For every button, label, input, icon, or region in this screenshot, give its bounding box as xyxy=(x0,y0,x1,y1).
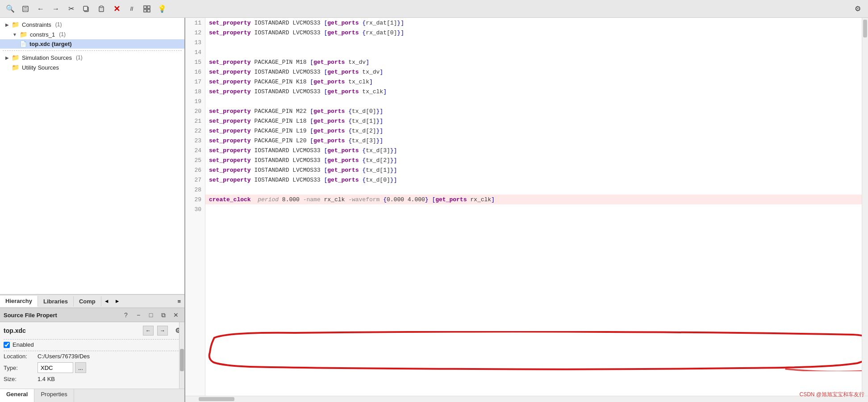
props-type-row: Type: ... xyxy=(4,362,181,373)
line-num-25: 25 xyxy=(185,155,205,165)
tree-item-top-xdc[interactable]: 📄 top.xdc (target) xyxy=(0,39,184,49)
copy-button[interactable] xyxy=(79,3,93,15)
line-num-21: 21 xyxy=(185,116,205,126)
forward-button[interactable]: → xyxy=(49,3,63,15)
line-num-20: 20 xyxy=(185,106,205,116)
watermark: CSDN @旭旭宝宝和车友行 xyxy=(799,391,864,398)
props-content: top.xdc ← → ⚙ Enabled Locat xyxy=(0,322,184,389)
type-browse-button[interactable]: ... xyxy=(75,362,86,373)
code-line-23[interactable]: set_property PACKAGE_PIN L20 [get_ports … xyxy=(205,136,862,145)
search-button[interactable]: 🔍 xyxy=(4,3,17,15)
code-line-29[interactable]: create_clock period 8.000 -name rx_clk -… xyxy=(205,195,862,204)
type-input[interactable] xyxy=(38,362,73,373)
tab-properties[interactable]: Properties xyxy=(34,389,74,402)
bottom-tabs: General Properties xyxy=(0,389,184,402)
svg-rect-4 xyxy=(83,6,88,11)
code-line-28 xyxy=(205,185,862,195)
code-line-27[interactable]: set_property IOSTANDARD LVCMOS33 [get_po… xyxy=(205,175,862,185)
tab-hierarchy[interactable]: Hierarchy xyxy=(0,296,38,307)
tree-count: (1) xyxy=(55,21,62,28)
code-line-30 xyxy=(205,204,862,214)
save-button[interactable] xyxy=(19,3,32,15)
tab-bar: Hierarchy Libraries Comp ◄ ► ≡ xyxy=(0,294,184,308)
line-num-19: 19 xyxy=(185,96,205,106)
svg-rect-10 xyxy=(147,9,150,12)
svg-rect-6 xyxy=(100,6,103,8)
tab-general[interactable]: General xyxy=(0,389,34,402)
enabled-checkbox[interactable] xyxy=(4,342,10,348)
props-minimize-button[interactable]: − xyxy=(134,310,143,320)
right-scrollbar[interactable] xyxy=(862,18,868,396)
chevron-right-icon: ▶ xyxy=(5,22,9,27)
line-num-17: 17 xyxy=(185,77,205,87)
props-restore-button[interactable]: □ xyxy=(146,310,156,320)
props-scrollbar[interactable] xyxy=(179,322,184,389)
code-content: set_property IOSTANDARD LVCMOS33 [get_po… xyxy=(205,18,862,396)
chevron-right-icon: ▶ xyxy=(5,55,9,60)
tree-count: (1) xyxy=(59,31,66,37)
tab-comp[interactable]: Comp xyxy=(74,296,101,307)
tree-item-constraints[interactable]: ▶ 📁 Constraints (1) xyxy=(0,20,184,29)
bottom-scrollbar[interactable] xyxy=(185,396,868,402)
props-close-button[interactable]: ✕ xyxy=(171,310,181,320)
toolbar: 🔍 ← → ✂ ✕ // 💡 ⚙ xyxy=(0,0,868,18)
props-nav-forward[interactable]: → xyxy=(157,326,168,336)
code-line-20[interactable]: set_property PACKAGE_PIN M22 [get_ports … xyxy=(205,106,862,116)
tree-item-constrs1[interactable]: ▼ 📁 constrs_1 (1) xyxy=(0,29,184,39)
location-label: Location: xyxy=(4,353,35,360)
code-line-13 xyxy=(205,37,862,47)
tab-menu-icon[interactable]: ≡ xyxy=(174,296,184,307)
bulb-button[interactable]: 💡 xyxy=(155,3,169,15)
props-size-row: Size: 1.4 KB xyxy=(4,376,181,382)
code-line-12[interactable]: set_property IOSTANDARD LVCMOS33 [get_po… xyxy=(205,28,862,37)
code-panel: 11 12 13 14 15 16 17 18 19 20 21 22 23 2… xyxy=(185,18,868,402)
comment-button[interactable]: // xyxy=(125,3,138,15)
props-help-button[interactable]: ? xyxy=(121,310,131,320)
folder-icon: 📁 xyxy=(12,21,19,28)
svg-rect-8 xyxy=(147,6,150,8)
line-num-14: 14 xyxy=(185,47,205,57)
code-line-17[interactable]: set_property PACKAGE_PIN K18 [get_ports … xyxy=(205,77,862,87)
tab-libraries[interactable]: Libraries xyxy=(38,296,74,307)
back-button[interactable]: ← xyxy=(34,3,47,15)
tab-forward-icon[interactable]: ► xyxy=(112,297,123,305)
line-num-30: 30 xyxy=(185,204,205,214)
delete-button[interactable]: ✕ xyxy=(110,3,123,15)
xdc-file-icon: 📄 xyxy=(20,41,27,47)
props-header: Source File Propert ? − □ ⧉ ✕ xyxy=(0,308,184,322)
code-line-24[interactable]: set_property IOSTANDARD LVCMOS33 [get_po… xyxy=(205,145,862,155)
tree-label: Utility Sources xyxy=(22,64,59,71)
line-num-12: 12 xyxy=(185,28,205,37)
cut-button[interactable]: ✂ xyxy=(64,3,78,15)
line-num-13: 13 xyxy=(185,37,205,47)
line-numbers: 11 12 13 14 15 16 17 18 19 20 21 22 23 2… xyxy=(185,18,205,396)
svg-rect-7 xyxy=(144,6,146,8)
code-line-21[interactable]: set_property PACKAGE_PIN L18 [get_ports … xyxy=(205,116,862,126)
props-nav-back[interactable]: ← xyxy=(143,326,154,336)
code-line-25[interactable]: set_property IOSTANDARD LVCMOS33 [get_po… xyxy=(205,155,862,165)
tab-back-icon[interactable]: ◄ xyxy=(101,297,112,305)
annotation-circle xyxy=(205,331,862,371)
tree-item-utility-sources[interactable]: ▶ 📁 Utility Sources xyxy=(0,62,184,72)
code-line-18[interactable]: set_property IOSTANDARD LVCMOS33 [get_po… xyxy=(205,87,862,96)
tree-label: top.xdc (target) xyxy=(29,41,72,47)
code-line-15[interactable]: set_property PACKAGE_PIN M18 [get_ports … xyxy=(205,57,862,67)
props-filename-label: top.xdc xyxy=(4,327,139,334)
paste-button[interactable] xyxy=(95,3,108,15)
line-num-26: 26 xyxy=(185,165,205,175)
line-num-29: 29 xyxy=(185,195,205,204)
code-line-26[interactable]: set_property IOSTANDARD LVCMOS33 [get_po… xyxy=(205,165,862,175)
code-line-22[interactable]: set_property PACKAGE_PIN L19 [get_ports … xyxy=(205,126,862,136)
svg-rect-2 xyxy=(24,9,27,12)
props-expand-button[interactable]: ⧉ xyxy=(159,310,168,320)
settings-button[interactable]: ⚙ xyxy=(851,3,864,15)
tree-item-sim-sources[interactable]: ▶ 📁 Simulation Sources (1) xyxy=(0,53,184,62)
view-button[interactable] xyxy=(140,3,154,15)
tree-label: constrs_1 xyxy=(30,31,55,38)
props-title: Source File Propert xyxy=(4,312,118,319)
code-line-11[interactable]: set_property IOSTANDARD LVCMOS33 [get_po… xyxy=(205,18,862,28)
code-line-16[interactable]: set_property IOSTANDARD LVCMOS33 [get_po… xyxy=(205,67,862,77)
size-label: Size: xyxy=(4,376,35,382)
enabled-label: Enabled xyxy=(13,341,34,348)
left-panel: ▶ 📁 Constraints (1) ▼ 📁 constrs_1 (1) 📄 … xyxy=(0,18,185,402)
